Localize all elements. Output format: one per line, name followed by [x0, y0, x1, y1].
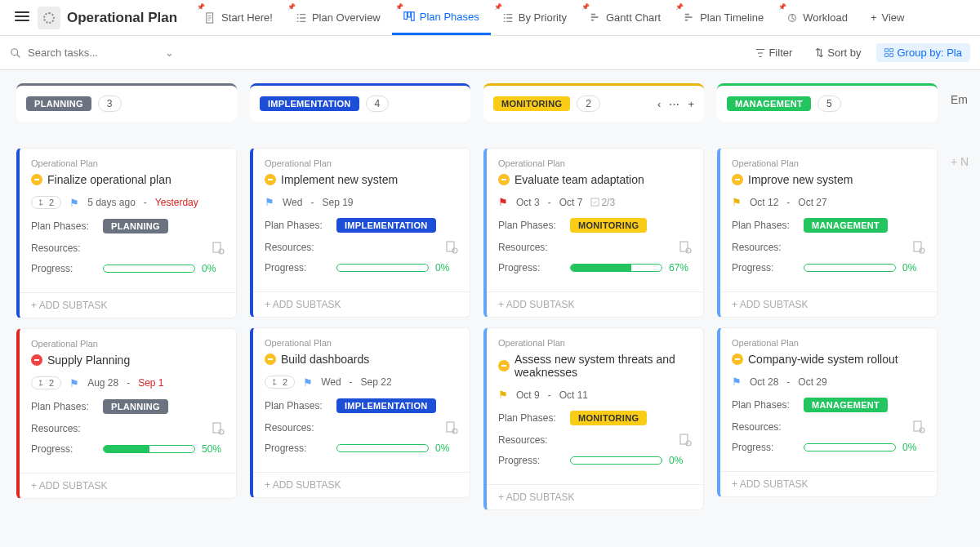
search-input[interactable]	[28, 47, 158, 59]
task-card[interactable]: Operational PlanFinalize operational pla…	[16, 148, 237, 318]
chevron-down-icon[interactable]: ⌄	[165, 47, 174, 59]
status-dot[interactable]	[498, 360, 510, 371]
progress-bar[interactable]	[804, 264, 896, 272]
menu-button[interactable]	[7, 4, 38, 31]
svg-point-5	[11, 48, 18, 55]
tab-by-priority[interactable]: 📌 By Priority	[491, 0, 578, 35]
progress-label: Progress:	[31, 443, 95, 455]
progress-bar[interactable]	[570, 264, 662, 272]
add-subtask-button[interactable]: + ADD SUBTASK	[253, 472, 470, 497]
progress-bar[interactable]	[336, 444, 429, 452]
date-sep: -	[144, 197, 147, 208]
resources-label: Resources:	[498, 242, 562, 253]
status-dot[interactable]	[498, 174, 510, 185]
tab-label: Plan Overview	[312, 11, 381, 24]
task-card[interactable]: Operational PlanAssess new system threat…	[483, 327, 704, 510]
tab-plan-timeline[interactable]: 📌 Plan Timeline	[672, 0, 775, 35]
date-start: Oct 9	[516, 389, 540, 401]
more-icon[interactable]: ⋯	[669, 98, 679, 110]
add-card-icon[interactable]: +	[688, 98, 694, 110]
progress-bar[interactable]	[570, 456, 662, 465]
add-subtask-button[interactable]: + ADD SUBTASK	[487, 484, 703, 509]
sort-button[interactable]: ⇅ Sort by	[807, 43, 869, 62]
resources-icon[interactable]	[445, 241, 458, 254]
group-icon	[884, 48, 894, 58]
count-badge: 2	[577, 96, 600, 112]
task-card[interactable]: Operational PlanSupply Planning2⚑Aug 28-…	[16, 328, 237, 499]
resources-icon[interactable]	[679, 434, 692, 447]
add-subtask-button[interactable]: + ADD SUBTASK	[20, 473, 236, 498]
progress-label: Progress:	[732, 442, 795, 453]
resources-icon[interactable]	[912, 420, 925, 434]
date-end: Oct 11	[559, 389, 588, 401]
task-card[interactable]: Operational PlanBuild dashboards2⚑Wed-Se…	[250, 327, 470, 498]
svg-rect-9	[889, 53, 893, 56]
task-card[interactable]: Operational PlanImprove new system⚑Oct 1…	[717, 148, 938, 318]
resources-icon[interactable]	[212, 242, 225, 255]
subtask-count: 2	[31, 196, 61, 209]
add-subtask-button[interactable]: + ADD SUBTASK	[253, 291, 470, 317]
tab-gantt-chart[interactable]: 📌 Gantt Chart	[578, 0, 672, 35]
collapse-icon[interactable]: ‹	[657, 98, 661, 110]
group-by-button[interactable]: Group by: Pla	[876, 43, 971, 62]
task-card[interactable]: Operational PlanCompany-wide system roll…	[717, 327, 938, 497]
column-header[interactable]: PLANNING3	[16, 83, 237, 122]
resources-icon[interactable]	[679, 241, 692, 254]
date-sep: -	[548, 197, 551, 208]
svg-rect-1	[404, 12, 408, 20]
tab-workload[interactable]: 📌 Workload	[775, 0, 859, 35]
date-start: Aug 28	[87, 377, 118, 389]
progress-bar[interactable]	[103, 445, 195, 453]
resources-icon[interactable]	[445, 421, 458, 434]
add-view-button[interactable]: + View	[859, 0, 916, 35]
resources-icon[interactable]	[912, 241, 925, 254]
sort-label: Sort by	[827, 47, 861, 59]
tab-plan-overview[interactable]: 📌 Plan Overview	[284, 0, 392, 35]
progress-bar[interactable]	[103, 265, 195, 273]
progress-label: Progress:	[732, 262, 795, 274]
add-subtask-button[interactable]: + ADD SUBTASK	[487, 291, 703, 317]
gantt-icon	[684, 12, 695, 24]
flag-icon: ⚑	[303, 376, 313, 389]
subtask-count: 2	[31, 376, 61, 389]
status-dot[interactable]	[265, 354, 276, 365]
pin-icon: 📌	[395, 3, 403, 11]
date-sep: -	[548, 389, 551, 401]
phase-label: Plan Phases:	[31, 220, 95, 232]
filter-button[interactable]: Filter	[747, 43, 800, 62]
progress-bar[interactable]	[336, 264, 429, 272]
flag-icon: ⚑	[732, 376, 742, 388]
tab-label: Gantt Chart	[606, 11, 661, 24]
status-dot[interactable]	[265, 174, 276, 185]
subtask-count: 2	[265, 376, 295, 389]
status-dot[interactable]	[31, 354, 42, 366]
task-card[interactable]: Operational PlanEvaluate team adaptation…	[483, 148, 704, 318]
add-new-button[interactable]: + N	[951, 155, 980, 168]
resources-label: Resources:	[31, 242, 95, 254]
resources-icon[interactable]	[212, 422, 225, 435]
tab-start-here[interactable]: 📌 Start Here!	[194, 0, 284, 35]
progress-percent: 67%	[669, 262, 692, 274]
column-header[interactable]: MONITORING2‹⋯+	[483, 83, 704, 122]
workload-icon	[786, 12, 798, 24]
progress-bar[interactable]	[804, 443, 896, 451]
column-header[interactable]: MANAGEMENT5	[717, 83, 938, 122]
svg-point-13	[219, 249, 224, 254]
progress-label: Progress:	[498, 262, 562, 274]
status-dot[interactable]	[732, 354, 743, 365]
svg-point-26	[686, 248, 691, 253]
date-sep: -	[786, 376, 790, 388]
add-subtask-button[interactable]: + ADD SUBTASK	[720, 471, 937, 496]
date-start: Oct 12	[750, 197, 778, 208]
doc-icon	[205, 12, 216, 24]
svg-rect-7	[889, 48, 893, 51]
add-subtask-button[interactable]: + ADD SUBTASK	[720, 291, 937, 317]
column-header[interactable]: IMPLEMENTATION4	[250, 83, 470, 122]
status-dot[interactable]	[31, 174, 42, 185]
phase-label: Plan Phases:	[498, 412, 562, 424]
phase-value: MANAGEMENT	[804, 398, 888, 412]
tab-plan-phases[interactable]: 📌 Plan Phases	[392, 0, 491, 35]
task-card[interactable]: Operational PlanImplement new system⚑Wed…	[250, 148, 470, 318]
add-subtask-button[interactable]: + ADD SUBTASK	[20, 292, 236, 318]
status-dot[interactable]	[732, 174, 743, 185]
